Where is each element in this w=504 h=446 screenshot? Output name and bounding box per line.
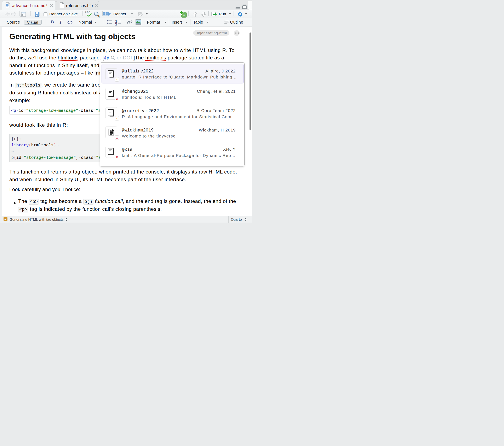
svg-text:2: 2 [115, 22, 117, 26]
svg-text:C: C [182, 13, 185, 17]
